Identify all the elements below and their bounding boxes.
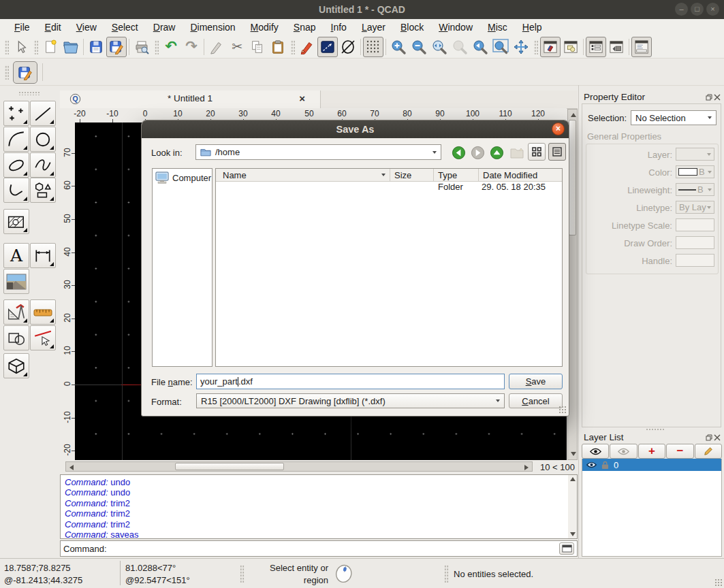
toggle-property-editor-button[interactable]: [540, 37, 561, 57]
menu-info[interactable]: Info: [324, 22, 354, 33]
menu-window[interactable]: Window: [431, 22, 480, 33]
toolbar-handle[interactable]: [33, 39, 38, 54]
column-header-type[interactable]: Type: [438, 170, 457, 180]
draw-pencil-button[interactable]: [297, 37, 317, 57]
toolbar-handle[interactable]: [4, 65, 9, 80]
selection-combo[interactable]: No Selection: [631, 110, 717, 125]
scroll-right-icon[interactable]: [524, 465, 529, 470]
menu-view[interactable]: View: [69, 22, 104, 33]
column-header-date[interactable]: Date Modified: [483, 170, 537, 180]
save-as-button[interactable]: [106, 37, 127, 57]
float-panel-icon[interactable]: [705, 93, 713, 101]
maximize-icon[interactable]: □: [691, 3, 704, 16]
document-tab[interactable]: Q * Untitled 1 ×: [60, 91, 321, 108]
icon-view-button[interactable]: [528, 143, 546, 161]
undo-button[interactable]: ↶: [161, 37, 181, 57]
tool-arc-button[interactable]: [3, 127, 29, 152]
pointer-button[interactable]: [11, 37, 31, 57]
menu-edit[interactable]: Edit: [37, 22, 69, 33]
layer-row[interactable]: 0: [582, 459, 721, 471]
column-header-size[interactable]: Size: [394, 170, 411, 180]
layer-combo[interactable]: [676, 148, 714, 161]
menu-misc[interactable]: Misc: [480, 22, 515, 33]
handle-input[interactable]: [676, 254, 714, 267]
canvas-hscrollbar[interactable]: [65, 461, 533, 472]
menu-file[interactable]: File: [7, 22, 37, 33]
scroll-up-icon[interactable]: [571, 113, 576, 117]
toolbar-handle[interactable]: [290, 39, 295, 54]
tool-spline-button[interactable]: [30, 152, 56, 178]
close-panel-icon[interactable]: [713, 93, 721, 101]
palette-handle[interactable]: [18, 91, 40, 95]
toolbar-handle[interactable]: [533, 39, 538, 54]
cancel-button[interactable]: Cancel: [509, 393, 563, 408]
format-combo[interactable]: R15 [2000/LT2000] DXF Drawing [dxflib] (…: [196, 393, 505, 408]
zoom-out-button[interactable]: [409, 37, 429, 57]
new-folder-button[interactable]: [507, 144, 526, 162]
close-icon[interactable]: ×: [706, 3, 719, 16]
toggle-blocks-button[interactable]: [561, 37, 581, 57]
menu-modify[interactable]: Modify: [243, 22, 286, 33]
scroll-down-icon[interactable]: [571, 452, 576, 456]
up-button[interactable]: [488, 144, 506, 162]
zoom-back-button[interactable]: [470, 37, 490, 57]
panel-divider[interactable]: [578, 85, 579, 558]
tab-close-icon[interactable]: ×: [299, 93, 305, 104]
hide-all-layers-button[interactable]: [610, 444, 637, 459]
selection-mode-button[interactable]: [317, 37, 338, 57]
look-in-combo[interactable]: /home: [195, 144, 441, 160]
tool-ellipse-button[interactable]: [3, 152, 29, 178]
sidebar-item-computer[interactable]: Computer: [153, 169, 212, 187]
vscroll-thumb[interactable]: [569, 120, 576, 235]
tool-shape-button[interactable]: [30, 178, 56, 203]
layer-visible-icon[interactable]: [586, 461, 597, 468]
linetype-combo[interactable]: By Lay: [676, 201, 714, 214]
dialog-titlebar[interactable]: Save As ×: [142, 120, 569, 138]
copy-button[interactable]: [247, 37, 268, 57]
save-button[interactable]: [86, 37, 106, 57]
paste-button[interactable]: [268, 37, 288, 57]
scroll-down-icon[interactable]: [570, 532, 576, 536]
column-header-name[interactable]: Name: [216, 170, 379, 180]
tool-dimension-button[interactable]: [30, 243, 56, 268]
tool-measure-button[interactable]: [30, 299, 56, 325]
remove-layer-button[interactable]: −: [666, 444, 693, 459]
pan-button[interactable]: [511, 37, 531, 57]
zoom-previous-button[interactable]: [450, 37, 470, 57]
toggle-block-list-button[interactable]: [606, 37, 627, 57]
grid-toggle-button[interactable]: [363, 37, 383, 57]
scroll-up-icon[interactable]: [570, 477, 576, 481]
forward-button[interactable]: [469, 144, 487, 162]
menu-draw[interactable]: Draw: [146, 22, 183, 33]
toolbar-handle[interactable]: [154, 39, 159, 54]
detail-view-button[interactable]: [548, 143, 566, 161]
dialog-close-icon[interactable]: ×: [552, 122, 565, 135]
redo-button[interactable]: ↷: [181, 37, 202, 57]
tool-misc-draw-button[interactable]: [3, 299, 29, 325]
edit-layer-button[interactable]: [695, 444, 722, 459]
layer-lock-icon[interactable]: [601, 461, 609, 470]
menu-block[interactable]: Block: [393, 22, 431, 33]
menu-dimension[interactable]: Dimension: [183, 22, 242, 33]
menu-snap[interactable]: Snap: [286, 22, 324, 33]
command-history[interactable]: Command: undo Command: undo Command: tri…: [60, 474, 578, 539]
toggle-command-widget-button[interactable]: [559, 542, 574, 555]
layer-list-header[interactable]: Layer List: [579, 431, 724, 444]
active-save-as-button[interactable]: [13, 61, 37, 84]
print-preview-button[interactable]: [131, 37, 152, 57]
open-button[interactable]: [61, 37, 81, 57]
tool-solid-button[interactable]: [3, 353, 29, 378]
show-all-layers-button[interactable]: [582, 444, 609, 459]
property-editor-header[interactable]: Property Editor: [579, 91, 724, 103]
cut-button[interactable]: ✂: [227, 37, 247, 57]
zoom-in-button[interactable]: [388, 37, 409, 57]
tool-point-button[interactable]: [3, 101, 29, 126]
menu-layer[interactable]: Layer: [354, 22, 393, 33]
new-document-button[interactable]: [40, 37, 61, 57]
hscroll-thumb[interactable]: [175, 463, 284, 470]
save-button[interactable]: Save: [509, 374, 563, 389]
pen-button[interactable]: [206, 37, 227, 57]
statusbar-handle[interactable]: [240, 565, 245, 583]
toggle-command-line-button[interactable]: [631, 37, 652, 57]
scroll-left-icon[interactable]: [69, 465, 74, 470]
